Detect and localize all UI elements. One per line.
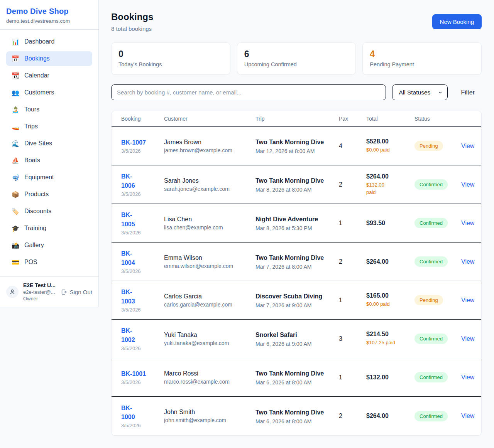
sidebar-item-label: Boats [24, 157, 40, 164]
trip-name: Two Tank Morning Dive [255, 176, 327, 185]
total-amount: $264.00 [366, 413, 409, 419]
sidebar-item-label: Bookings [24, 55, 50, 62]
sidebar-item-label: Customers [24, 89, 54, 96]
booking-id-link[interactable]: BK-1007 [121, 138, 159, 147]
booking-id-link[interactable]: BK- 1003 [121, 288, 159, 305]
filters-bar: All Statuses Filter [111, 84, 482, 100]
trip-cell: Two Tank Morning Dive Mar 6, 2026 at 8:0… [255, 408, 339, 424]
sidebar-item-gallery[interactable]: 📸 Gallery [6, 238, 92, 253]
diving-mask-icon: 🤿 [12, 174, 19, 181]
chevron-down-icon [438, 90, 443, 95]
trip-name: Two Tank Morning Dive [255, 138, 327, 147]
table-row: BK- 1003 3/5/2026 Carlos Garcia carlos.g… [112, 281, 481, 320]
actions-cell: View [461, 220, 480, 227]
view-link[interactable]: View [461, 374, 474, 381]
total-cell: $214.50 $107.25 paid [366, 331, 414, 346]
status-cell: Confirmed [414, 372, 461, 382]
total-cell: $132.00 [366, 374, 414, 381]
package-icon: 📦 [12, 191, 19, 198]
view-link[interactable]: View [461, 143, 474, 149]
booking-id-link[interactable]: BK- 1006 [121, 172, 159, 190]
column-header-booking: Booking [121, 116, 164, 122]
pax-cell: 2 [339, 181, 366, 188]
booking-id-link[interactable]: BK-1001 [121, 369, 159, 378]
sidebar-item-customers[interactable]: 👥 Customers [6, 85, 92, 100]
status-cell: Confirmed [414, 411, 461, 421]
search-input[interactable] [111, 84, 386, 100]
sidebar-item-label: Trips [24, 123, 38, 130]
customer-cell: Yuki Tanaka yuki.tanaka@example.com [164, 332, 255, 346]
user-name: E2E Test U... [23, 282, 56, 288]
trip-datetime: Mar 8, 2026 at 8:00 AM [255, 187, 333, 193]
total-amount: $132.00 [366, 374, 409, 381]
booking-cell: BK- 1000 3/5/2026 [121, 404, 164, 428]
stat-card-todays-bookings: 0 Today's Bookings [111, 42, 230, 75]
sidebar-item-tours[interactable]: 🏝️ Tours [6, 102, 92, 117]
filter-button[interactable]: Filter [454, 89, 482, 96]
total-cell: $264.00 $132.00 paid [366, 173, 414, 195]
customer-email: yuki.tanaka@example.com [164, 340, 250, 346]
table-row: BK-1001 3/5/2026 Marco Rossi marco.rossi… [112, 358, 481, 397]
stat-label: Today's Bookings [118, 61, 223, 67]
sidebar-item-training[interactable]: 🎓 Training [6, 221, 92, 236]
sidebar-item-label: Dive Sites [24, 140, 52, 147]
customer-email: emma.wilson@example.com [164, 263, 250, 269]
calendar-icon: 📅 [12, 55, 19, 62]
stats-cards: 0 Today's Bookings 6 Upcoming Confirmed … [111, 42, 482, 75]
paid-amount: $0.00 paid [366, 301, 409, 308]
new-booking-button[interactable]: New Booking [432, 14, 482, 29]
sign-out-button[interactable]: Sign Out [61, 289, 92, 295]
trip-cell: Two Tank Morning Dive Mar 6, 2026 at 8:0… [255, 369, 339, 386]
table-header-row: Booking Customer Trip Pax Total Status [112, 111, 481, 127]
brand-name: Demo Dive Shop [6, 7, 92, 16]
view-link[interactable]: View [461, 297, 474, 303]
booking-date: 3/5/2026 [121, 230, 159, 236]
view-link[interactable]: View [461, 335, 474, 342]
customer-email: marco.rossi@example.com [164, 379, 250, 385]
booking-id-link[interactable]: BK- 1005 [121, 211, 159, 228]
total-cell: $264.00 [366, 413, 414, 419]
stat-label: Upcoming Confirmed [244, 61, 349, 67]
booking-cell: BK- 1002 3/5/2026 [121, 326, 164, 351]
status-select[interactable]: All Statuses [392, 84, 448, 100]
booking-date: 3/5/2026 [121, 268, 159, 274]
sidebar-item-boats[interactable]: ⛵ Boats [6, 153, 92, 168]
booking-id-link[interactable]: BK- 1004 [121, 249, 159, 267]
table-row: BK- 1000 3/5/2026 John Smith john.smith@… [112, 397, 481, 435]
total-amount: $264.00 [366, 173, 409, 180]
view-link[interactable]: View [461, 220, 474, 226]
trip-cell: Two Tank Morning Dive Mar 12, 2026 at 8:… [255, 138, 339, 154]
trip-name: Night Dive Adventure [255, 215, 327, 224]
sidebar-item-discounts[interactable]: 🏷️ Discounts [6, 204, 92, 219]
person-icon [9, 289, 15, 295]
sidebar-item-dive-sites[interactable]: 🌊 Dive Sites [6, 136, 92, 151]
sidebar-item-pos[interactable]: 💳 POS [6, 255, 92, 269]
tearoff-calendar-icon: 📆 [12, 72, 19, 79]
booking-id-link[interactable]: BK- 1002 [121, 326, 159, 344]
sidebar-item-equipment[interactable]: 🤿 Equipment [6, 170, 92, 185]
label-tag-icon: 🏷️ [12, 208, 19, 215]
pax-cell: 4 [339, 143, 366, 150]
view-link[interactable]: View [461, 181, 474, 188]
view-link[interactable]: View [461, 413, 474, 419]
sidebar-item-label: Gallery [24, 242, 44, 249]
stat-value: 4 [370, 49, 474, 59]
total-amount: $528.00 [366, 138, 409, 145]
status-badge: Confirmed [414, 372, 448, 382]
sidebar-item-bookings[interactable]: 📅 Bookings [6, 51, 92, 66]
graduation-cap-icon: 🎓 [12, 225, 19, 232]
sidebar-item-products[interactable]: 📦 Products [6, 187, 92, 202]
sidebar-item-dashboard[interactable]: 📊 Dashboard [6, 34, 92, 49]
booking-date: 3/5/2026 [121, 307, 159, 313]
booking-id-link[interactable]: BK- 1000 [121, 404, 159, 421]
paid-amount: $132.00 paid [366, 182, 409, 195]
total-amount: $93.50 [366, 220, 409, 227]
trip-name: Two Tank Morning Dive [255, 369, 327, 378]
view-link[interactable]: View [461, 258, 474, 265]
customer-cell: James Brown james.brown@example.com [164, 139, 255, 153]
trip-name: Snorkel Safari [255, 330, 327, 340]
sidebar-item-calendar[interactable]: 📆 Calendar [6, 68, 92, 83]
pax-cell: 3 [339, 335, 366, 342]
status-badge: Confirmed [414, 179, 448, 190]
sidebar-item-trips[interactable]: 🚤 Trips [6, 119, 92, 134]
